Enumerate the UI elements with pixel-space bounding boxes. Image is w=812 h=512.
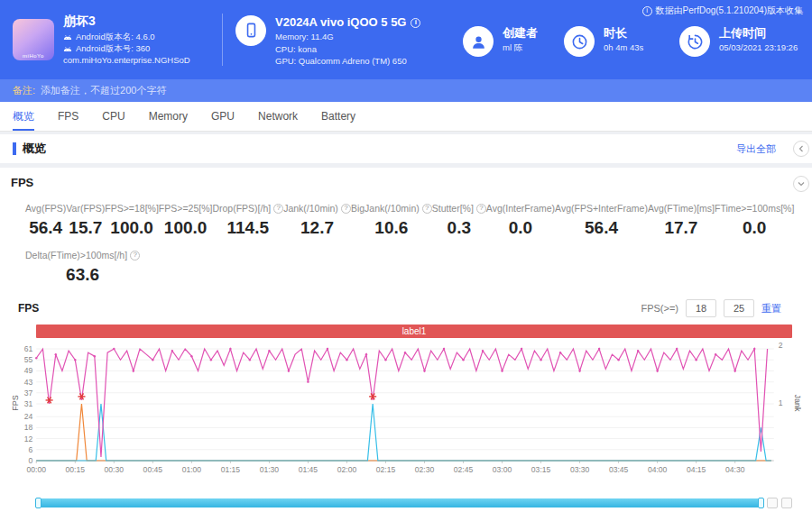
- metrics-row-2: Delta(FTime)>100ms[/h]? 63.6: [11, 250, 801, 285]
- metric: Avg(FTime)[ms] 17.7: [648, 203, 715, 238]
- device-info-icon[interactable]: i: [411, 18, 420, 28]
- svg-text:Jank: Jank: [793, 395, 801, 412]
- chart-title: FPS: [18, 302, 39, 315]
- android-build-line: Android版本号: 360: [63, 43, 190, 55]
- tab-cpu[interactable]: CPU: [102, 102, 125, 131]
- chart-header: FPS FPS(>=) 重置: [11, 299, 801, 317]
- android-version: Android版本名: 4.6.0: [76, 32, 155, 43]
- sidebar-toggle-button[interactable]: [793, 141, 809, 157]
- metric-info-icon[interactable]: ?: [341, 204, 351, 214]
- svg-text:61: 61: [24, 344, 33, 353]
- svg-text:37: 37: [24, 389, 33, 398]
- metric-info-icon[interactable]: ?: [130, 251, 140, 261]
- overview-title: 概览: [23, 141, 46, 157]
- svg-text:03:00: 03:00: [493, 465, 512, 474]
- slider-end-box[interactable]: [767, 498, 778, 508]
- clock-icon: [564, 26, 595, 57]
- svg-text:1: 1: [779, 398, 783, 407]
- metric: BigJank(/10min)? 10.6: [351, 203, 432, 238]
- svg-text:01:15: 01:15: [221, 465, 241, 474]
- tab-bar: 概览FPSCPUMemoryGPUNetworkBattery: [0, 102, 812, 132]
- svg-text:04:15: 04:15: [687, 465, 706, 474]
- metric-info-icon[interactable]: ?: [476, 204, 486, 214]
- package-name: com.miHoYo.enterprise.NGHSoD: [63, 55, 190, 67]
- creator-value: ml 陈: [503, 41, 538, 54]
- app-title: 崩坏3: [63, 13, 190, 30]
- svg-text:01:30: 01:30: [260, 465, 280, 474]
- device-name: V2024A vivo iQOO 5 5G: [275, 15, 406, 31]
- svg-text:00:00: 00:00: [27, 465, 47, 474]
- info-icon: i: [642, 6, 652, 16]
- svg-text:02:00: 02:00: [337, 465, 357, 474]
- svg-text:00:45: 00:45: [143, 465, 163, 474]
- svg-text:FPS: FPS: [11, 395, 20, 410]
- threshold-label: FPS(>=): [641, 303, 678, 314]
- metric-info-icon[interactable]: ?: [273, 204, 283, 214]
- svg-text:6: 6: [28, 445, 32, 454]
- metric-info-icon[interactable]: ?: [422, 204, 432, 214]
- svg-text:49: 49: [24, 366, 33, 375]
- metric: Stutter[%]? 0.3: [432, 203, 486, 238]
- export-all-link[interactable]: 导出全部: [736, 142, 776, 156]
- chevron-left-icon: [798, 145, 805, 152]
- android-version-line: Android版本名: 4.6.0: [63, 32, 190, 43]
- svg-text:01:00: 01:00: [182, 465, 202, 474]
- svg-text:12: 12: [24, 434, 33, 443]
- svg-text:03:15: 03:15: [531, 465, 551, 474]
- app-block: miHoYo 崩坏3 Android版本名: 4.6.0 Android版本号:…: [13, 13, 209, 66]
- tab-gpu[interactable]: GPU: [211, 102, 235, 131]
- upload-label: 上传时间: [719, 26, 798, 41]
- svg-text:24: 24: [24, 412, 33, 421]
- metric: FTime>=100ms[%] 0.0: [715, 203, 794, 238]
- upload-block: 上传时间 05/03/2021 23:19:26: [679, 23, 798, 57]
- metric: Drop(FPS)[/h]? 114.5: [212, 203, 283, 238]
- device-gpu: GPU: Qualcomm Adreno (TM) 650: [275, 55, 420, 68]
- tab-memory[interactable]: Memory: [149, 102, 188, 131]
- slider-end-box[interactable]: [781, 498, 792, 508]
- svg-text:04:00: 04:00: [648, 465, 668, 474]
- svg-text:18: 18: [24, 423, 33, 432]
- tab-fps[interactable]: FPS: [58, 102, 78, 131]
- threshold-input-2[interactable]: [724, 299, 754, 317]
- collector-note-text: 数据由PerfDog(5.1.210204)版本收集: [656, 5, 803, 17]
- remark-placeholder[interactable]: 添加备注，不超过200个字符: [41, 84, 166, 97]
- reset-link[interactable]: 重置: [761, 302, 781, 315]
- slider-handle-right[interactable]: [758, 498, 764, 508]
- device-cpu: CPU: kona: [275, 43, 420, 56]
- svg-text:03:45: 03:45: [609, 465, 629, 474]
- metric: FPS>=18[%] 100.0: [105, 203, 159, 238]
- duration-block: 时长 0h 4m 43s: [564, 23, 679, 57]
- svg-text:01:45: 01:45: [299, 465, 318, 474]
- tab-overview[interactable]: 概览: [13, 102, 34, 131]
- metric: Avg(FPS+InterFrame) 56.4: [555, 203, 648, 238]
- panel-collapse-button[interactable]: [793, 176, 809, 192]
- collector-note: i 数据由PerfDog(5.1.210204)版本收集: [642, 5, 803, 17]
- svg-text:04:30: 04:30: [725, 465, 745, 474]
- fps-panel-title: FPS: [11, 176, 801, 189]
- metric: Avg(FPS) 56.4: [25, 203, 66, 238]
- tab-battery[interactable]: Battery: [321, 102, 355, 131]
- upload-time-icon: [679, 26, 710, 57]
- slider-handle-left[interactable]: [35, 498, 42, 508]
- metric: FPS>=25[%] 100.0: [159, 203, 213, 238]
- metrics-row-1: Avg(FPS) 56.4 Var(FPS) 15.7 FPS>=18[%] 1…: [11, 203, 801, 238]
- svg-text:43: 43: [24, 378, 33, 387]
- svg-text:02:15: 02:15: [376, 465, 396, 474]
- android-icon: [63, 34, 72, 41]
- upload-value: 05/03/2021 23:19:26: [719, 41, 798, 54]
- metric: Avg(InterFrame) 0.0: [486, 203, 555, 238]
- metric: Jank(/10min)? 12.7: [283, 203, 351, 238]
- device-block: V2024A vivo iQOO 5 5G i Memory: 11.4G CP…: [235, 12, 463, 68]
- threshold-input-1[interactable]: [686, 299, 716, 317]
- fps-chart[interactable]: 061218243137434955611200:0000:1500:3000:…: [11, 340, 801, 495]
- overview-section-header: 概览 导出全部: [0, 134, 812, 163]
- tab-network[interactable]: Network: [258, 102, 298, 131]
- svg-text:2: 2: [779, 341, 783, 350]
- app-icon-label: miHoYo: [13, 53, 54, 59]
- remark-bar[interactable]: 备注: 添加备注，不超过200个字符: [0, 79, 812, 102]
- metric: Var(FPS) 15.7: [66, 203, 105, 238]
- chart-banner-label: label1: [36, 325, 792, 338]
- svg-text:00:15: 00:15: [66, 465, 86, 474]
- chart-range-slider[interactable]: [36, 498, 763, 507]
- remark-label: 备注:: [13, 84, 35, 97]
